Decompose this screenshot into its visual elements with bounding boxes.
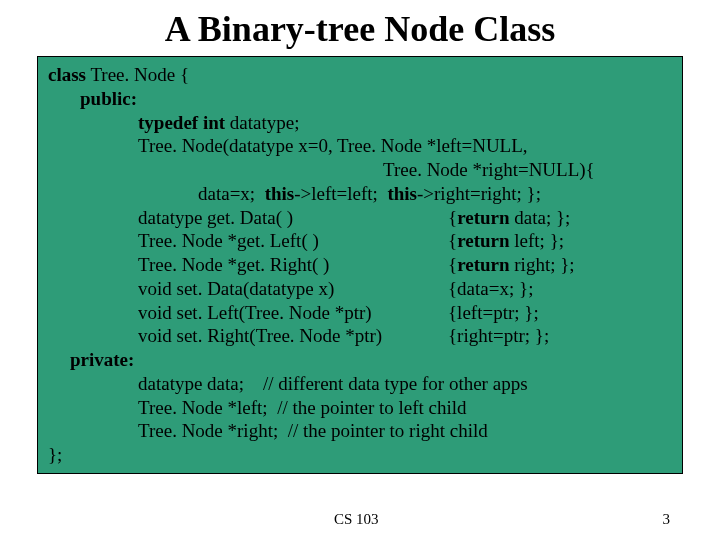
code-text: data=x; xyxy=(198,183,265,204)
code-text: ->left=left; xyxy=(294,183,387,204)
code-line: datatype get. Data( ){return data; }; xyxy=(48,206,672,230)
code-text: datatype; xyxy=(225,112,299,133)
kw-private: private: xyxy=(48,348,672,372)
code-text: Tree. Node *get. Right( ) xyxy=(138,253,448,277)
code-text: Tree. Node *get. Left( ) xyxy=(138,229,448,253)
kw-this: this xyxy=(387,183,417,204)
code-line: datatype data; // different data type fo… xyxy=(48,372,672,396)
code-line: void set. Left(Tree. Node *ptr){left=ptr… xyxy=(48,301,672,325)
kw-return: return xyxy=(457,254,509,275)
kw-return: return xyxy=(457,207,509,228)
code-text: {return right; }; xyxy=(448,253,672,277)
code-text: {return left; }; xyxy=(448,229,672,253)
kw-this: this xyxy=(265,183,295,204)
code-block: class Tree. Node { public: typedef int d… xyxy=(37,56,683,474)
code-text: {return data; }; xyxy=(448,206,672,230)
code-line: Tree. Node *right; // the pointer to rig… xyxy=(48,419,672,443)
slide-title: A Binary-tree Node Class xyxy=(0,0,720,56)
kw-public: public: xyxy=(48,87,672,111)
code-text: void set. Data(datatype x) xyxy=(138,277,448,301)
code-text: datatype get. Data( ) xyxy=(138,206,448,230)
code-line: void set. Right(Tree. Node *ptr){right=p… xyxy=(48,324,672,348)
code-line: Tree. Node *get. Right( ){return right; … xyxy=(48,253,672,277)
code-text: {data=x; }; xyxy=(448,277,672,301)
code-line: typedef int datatype; xyxy=(48,111,672,135)
code-line: Tree. Node *left; // the pointer to left… xyxy=(48,396,672,420)
code-line: Tree. Node *right=NULL){ xyxy=(48,158,672,182)
code-text: Tree. Node { xyxy=(86,64,189,85)
kw-class: class xyxy=(48,64,86,85)
kw-typedef-int: typedef int xyxy=(138,112,225,133)
code-line: Tree. Node *get. Left( ){return left; }; xyxy=(48,229,672,253)
code-text: {left=ptr; }; xyxy=(448,301,672,325)
code-text: void set. Right(Tree. Node *ptr) xyxy=(138,324,448,348)
kw-return: return xyxy=(457,230,509,251)
code-text: {right=ptr; }; xyxy=(448,324,672,348)
code-line: Tree. Node(datatype x=0, Tree. Node *lef… xyxy=(48,134,672,158)
page-number: 3 xyxy=(663,511,671,528)
code-text: ->right=right; }; xyxy=(417,183,541,204)
course-label: CS 103 xyxy=(50,511,663,528)
slide-footer: CS 103 3 xyxy=(0,511,720,528)
code-line: }; xyxy=(48,443,672,467)
code-line: void set. Data(datatype x){data=x; }; xyxy=(48,277,672,301)
code-line: class Tree. Node { xyxy=(48,63,672,87)
code-line: data=x; this->left=left; this->right=rig… xyxy=(48,182,672,206)
code-text: void set. Left(Tree. Node *ptr) xyxy=(138,301,448,325)
